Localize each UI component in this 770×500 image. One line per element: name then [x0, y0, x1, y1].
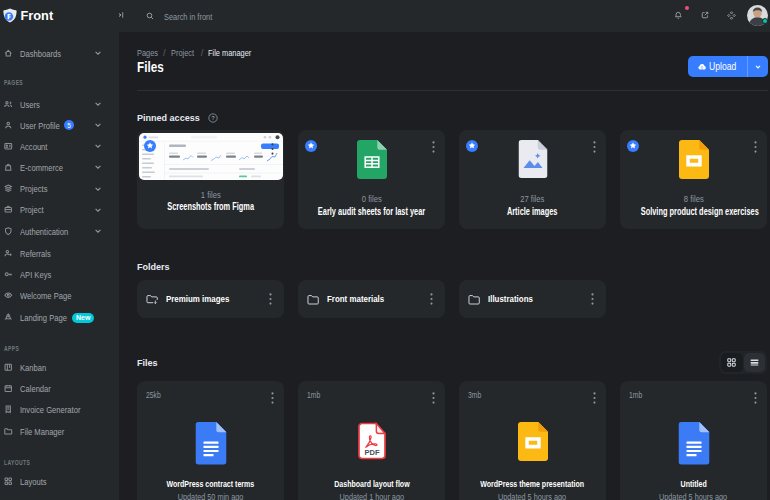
svg-text:?: ? [211, 115, 215, 121]
svg-text:PDF: PDF [364, 448, 379, 457]
